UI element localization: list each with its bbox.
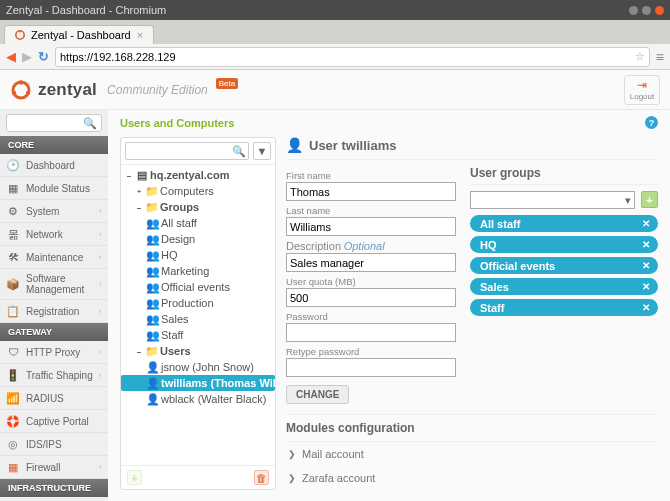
window-title: Zentyal - Dashboard - Chromium <box>6 4 166 16</box>
tree-node-computers[interactable]: +📁Computers <box>121 183 275 199</box>
users-icon: 👥 <box>147 234 158 245</box>
users-icon: 👥 <box>147 250 158 261</box>
group-add-button[interactable]: + <box>641 191 658 208</box>
sidebar-search-input[interactable] <box>11 118 80 129</box>
logout-button[interactable]: ⇥ Logout <box>624 75 660 105</box>
input-quota[interactable] <box>286 288 456 307</box>
brand-logo[interactable]: zentyal Community Edition Beta <box>10 79 238 101</box>
sidebar-item-registration[interactable]: 📋Registration‹ <box>0 300 108 323</box>
window-minimize-button[interactable] <box>629 6 638 15</box>
sidebar-item-software[interactable]: 📦Software Management‹ <box>0 269 108 300</box>
tree-search[interactable]: 🔍 <box>125 142 249 160</box>
chevron-left-icon: ‹ <box>99 370 102 380</box>
object-tree: 🔍 ▼ –▤hq.zentyal.com +📁Computers –📁Group… <box>120 137 276 490</box>
sidebar-item-module-status[interactable]: ▦Module Status <box>0 177 108 200</box>
sidebar-item-ids-ips[interactable]: ◎IDS/IPS <box>0 433 108 456</box>
sidebar-item-traffic-shaping[interactable]: 🚦Traffic Shaping‹ <box>0 364 108 387</box>
logout-icon: ⇥ <box>637 78 647 92</box>
browser-tab[interactable]: Zentyal - Dashboard × <box>4 25 154 44</box>
group-select[interactable]: ▾ <box>470 191 635 209</box>
tree-node-user-selected[interactable]: 👤twilliams (Thomas Williams) <box>121 375 275 391</box>
tree-node-group[interactable]: 👥Production <box>121 295 275 311</box>
tag-remove-icon[interactable]: ✕ <box>642 260 650 271</box>
brand-edition: Community Edition <box>107 83 208 97</box>
nav-back-button[interactable]: ◀ <box>6 49 16 64</box>
tree-filter-button[interactable]: ▼ <box>253 142 271 160</box>
sidebar-item-system[interactable]: ⚙System‹ <box>0 200 108 223</box>
nav-reload-button[interactable]: ↻ <box>38 49 49 64</box>
tree-node-user[interactable]: 👤jsnow (John Snow) <box>121 359 275 375</box>
input-first-name[interactable] <box>286 182 456 201</box>
tree-node-groups[interactable]: –📁Groups <box>121 199 275 215</box>
tree-node-domain[interactable]: –▤hq.zentyal.com <box>121 167 275 183</box>
tag-remove-icon[interactable]: ✕ <box>642 218 650 229</box>
tree-node-group[interactable]: 👥Design <box>121 231 275 247</box>
user-groups-header: User groups <box>470 166 658 185</box>
url-input[interactable] <box>60 51 635 63</box>
sidebar-item-network[interactable]: 몲Network‹ <box>0 223 108 246</box>
window-titlebar: Zentyal - Dashboard - Chromium <box>0 0 670 20</box>
label-password: Password <box>286 311 456 322</box>
search-icon: 🔍 <box>232 145 246 158</box>
sidebar-item-http-proxy[interactable]: 🛡HTTP Proxy‹ <box>0 341 108 364</box>
input-password[interactable] <box>286 323 456 342</box>
tree-node-group[interactable]: 👥HQ <box>121 247 275 263</box>
bookmark-star-icon[interactable]: ☆ <box>635 50 645 63</box>
url-bar[interactable]: ☆ <box>55 47 650 67</box>
label-retype-password: Retype password <box>286 346 456 357</box>
module-zarafa-row[interactable]: ❯Zarafa account <box>286 466 658 490</box>
tree-node-group[interactable]: 👥All staff <box>121 215 275 231</box>
module-mail-row[interactable]: ❯Mail account <box>286 442 658 466</box>
tree-search-input[interactable] <box>128 146 232 157</box>
folder-icon: 📁 <box>146 202 157 213</box>
sidebar-search[interactable]: 🔍 <box>6 114 102 132</box>
group-tag: Sales✕ <box>470 278 658 295</box>
users-icon: 👥 <box>147 218 158 229</box>
sidebar-item-radius[interactable]: 📶RADIUS <box>0 387 108 410</box>
tree-node-user[interactable]: 👤wblack (Walter Black) <box>121 391 275 407</box>
input-last-name[interactable] <box>286 217 456 236</box>
svg-point-5 <box>12 90 16 94</box>
favicon-icon <box>15 30 25 40</box>
user-icon: 👤 <box>286 137 303 153</box>
tab-title: Zentyal - Dashboard <box>31 29 131 41</box>
tree-node-group[interactable]: 👥Official events <box>121 279 275 295</box>
chevron-left-icon: ‹ <box>99 252 102 262</box>
chevron-left-icon: ‹ <box>99 229 102 239</box>
tree-node-users[interactable]: –📁Users <box>121 343 275 359</box>
svg-point-4 <box>26 90 30 94</box>
nav-forward-button[interactable]: ▶ <box>22 49 32 64</box>
sidebar: 🔍 CORE 🕑Dashboard ▦Module Status ⚙System… <box>0 110 108 501</box>
tag-remove-icon[interactable]: ✕ <box>642 302 650 313</box>
label-last-name: Last name <box>286 205 456 216</box>
tree-node-group[interactable]: 👥Sales <box>121 311 275 327</box>
users-icon: 👥 <box>147 314 158 325</box>
plus-icon: + <box>131 472 137 484</box>
window-close-button[interactable] <box>655 6 664 15</box>
modules-icon: ▦ <box>6 181 20 195</box>
users-icon: 👥 <box>147 298 158 309</box>
folder-icon: 📁 <box>146 346 157 357</box>
tab-close-icon[interactable]: × <box>137 29 143 41</box>
sidebar-item-dashboard[interactable]: 🕑Dashboard <box>0 154 108 177</box>
input-retype-password[interactable] <box>286 358 456 377</box>
logo-icon <box>10 79 32 101</box>
tag-remove-icon[interactable]: ✕ <box>642 239 650 250</box>
tree-delete-button[interactable]: 🗑 <box>254 470 269 485</box>
tree-node-group[interactable]: 👥Marketing <box>121 263 275 279</box>
sidebar-item-firewall[interactable]: ▦Firewall‹ <box>0 456 108 479</box>
sidebar-item-captive-portal[interactable]: 🛟Captive Portal <box>0 410 108 433</box>
input-description[interactable] <box>286 253 456 272</box>
section-core: CORE <box>0 136 108 154</box>
change-button[interactable]: CHANGE <box>286 385 349 404</box>
browser-menu-button[interactable]: ≡ <box>656 49 664 65</box>
label-quota: User quota (MB) <box>286 276 456 287</box>
help-icon[interactable]: ? <box>645 116 658 129</box>
tree-node-group[interactable]: 👥Staff <box>121 327 275 343</box>
browser-navbar: ◀ ▶ ↻ ☆ ≡ <box>0 44 670 70</box>
label-description: Description Optional <box>286 240 456 252</box>
window-maximize-button[interactable] <box>642 6 651 15</box>
tree-add-button[interactable]: + <box>127 470 142 485</box>
tag-remove-icon[interactable]: ✕ <box>642 281 650 292</box>
sidebar-item-maintenance[interactable]: 🛠Maintenance‹ <box>0 246 108 269</box>
